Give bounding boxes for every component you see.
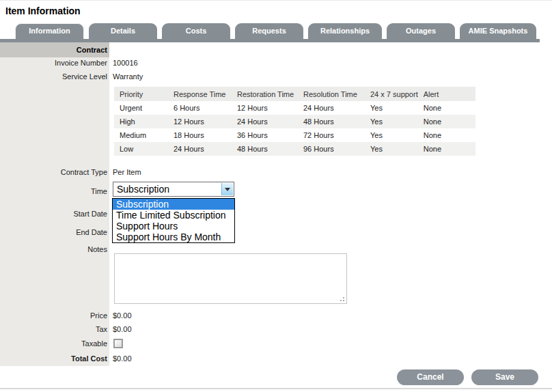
col-header-priority: Priority [114, 87, 168, 101]
bottom-divider [0, 388, 552, 389]
contract-type-label: Contract Type [0, 168, 107, 177]
cell: Medium [114, 128, 168, 142]
col-header-24x7-support: 24 x 7 support [365, 87, 418, 101]
end-date-label: End Date [0, 228, 107, 237]
cell: 24 Hours [168, 142, 232, 156]
tab-outages[interactable]: Outages [387, 23, 455, 39]
cell: 96 Hours [298, 142, 365, 156]
cell: None [418, 128, 475, 142]
save-button[interactable]: Save [471, 369, 538, 385]
total-cost-label: Total Cost [0, 354, 107, 363]
col-header-resolution-time: Resolution Time [298, 87, 365, 101]
select-arrow-button[interactable] [221, 183, 233, 195]
dropdown-option-support-hours[interactable]: Support Hours [113, 221, 234, 232]
tab-information[interactable]: Information [15, 23, 84, 39]
col-header-restoration-time: Restoration Time [232, 87, 298, 101]
resize-handle-icon [340, 300, 342, 301]
cell: Low [114, 142, 168, 156]
cell: 36 Hours [232, 128, 298, 142]
table-row-urgent: Urgent 6 Hours 12 Hours 24 Hours Yes Non… [114, 101, 475, 115]
cell: 48 Hours [232, 142, 298, 156]
cell: None [418, 101, 475, 115]
taxable-label: Taxable [0, 339, 107, 348]
cell: Yes [365, 142, 418, 156]
cell: 12 Hours [168, 115, 232, 128]
form-content: Contract Invoice Number 100016 Service L… [0, 42, 552, 366]
start-date-label: Start Date [0, 210, 107, 219]
notes-label: Notes [0, 245, 107, 254]
cancel-button[interactable]: Cancel [397, 369, 464, 385]
contract-type-value: Per Item [113, 168, 141, 177]
cell: None [418, 142, 475, 156]
chevron-down-icon [225, 188, 230, 191]
col-header-response-time: Response Time [168, 87, 232, 101]
resize-handle-icon[interactable] [343, 300, 344, 301]
price-value: $0.00 [113, 311, 132, 320]
tab-amie-snapshots[interactable]: AMIE Snapshots [460, 23, 536, 39]
price-label: Price [0, 311, 107, 320]
taxable-checkbox[interactable] [113, 339, 123, 348]
cell: 24 Hours [298, 101, 365, 115]
service-level-label: Service Level [0, 72, 107, 81]
dropdown-option-time-limited-subscription[interactable]: Time Limited Subscription [113, 210, 234, 221]
time-select-value: Subscription [117, 184, 169, 195]
table-header-row: Priority Response Time Restoration Time … [114, 87, 475, 101]
dropdown-option-support-hours-by-month[interactable]: Support Hours By Month [113, 232, 234, 242]
dropdown-option-subscription[interactable]: Subscription [113, 199, 234, 210]
invoice-number-label: Invoice Number [0, 59, 107, 68]
cell: 18 Hours [168, 128, 232, 142]
notes-textarea[interactable] [114, 253, 347, 304]
tax-value: $0.00 [113, 325, 132, 334]
tab-details[interactable]: Details [89, 23, 157, 39]
cell: 72 Hours [298, 128, 365, 142]
table-row-medium: Medium 18 Hours 36 Hours 72 Hours Yes No… [114, 128, 475, 142]
cell: Urgent [114, 101, 168, 115]
cell: Yes [365, 128, 418, 142]
total-cost-value: $0.00 [113, 354, 132, 363]
time-dropdown-list: Subscription Time Limited Subscription S… [112, 198, 235, 243]
cell: Yes [365, 115, 418, 128]
cell: 12 Hours [232, 101, 298, 115]
section-header-contract: Contract [0, 42, 109, 57]
cell: 24 Hours [232, 115, 298, 128]
cell: 48 Hours [298, 115, 365, 128]
time-select[interactable]: Subscription [113, 182, 234, 197]
cell: High [114, 115, 168, 128]
tax-label: Tax [0, 325, 107, 334]
cell: Yes [365, 101, 418, 115]
table-row-high: High 12 Hours 24 Hours 48 Hours Yes None [114, 115, 475, 128]
resize-handle-icon [343, 297, 344, 298]
table-row-low: Low 24 Hours 48 Hours 96 Hours Yes None [114, 142, 475, 156]
time-label: Time [0, 187, 107, 196]
invoice-number-value: 100016 [113, 59, 138, 68]
tab-relationships[interactable]: Relationships [308, 23, 382, 39]
item-information-page: Item Information Information Details Cos… [0, 0, 552, 392]
tab-bar: Information Details Costs Requests Relat… [15, 23, 541, 39]
cell: None [418, 115, 475, 128]
service-level-table: Priority Response Time Restoration Time … [114, 87, 475, 156]
service-level-value: Warranty [113, 72, 143, 81]
col-header-alert: Alert [418, 87, 475, 101]
page-title: Item Information [5, 5, 81, 16]
tab-requests[interactable]: Requests [235, 23, 303, 39]
tab-costs[interactable]: Costs [162, 23, 230, 39]
cell: 6 Hours [168, 101, 232, 115]
